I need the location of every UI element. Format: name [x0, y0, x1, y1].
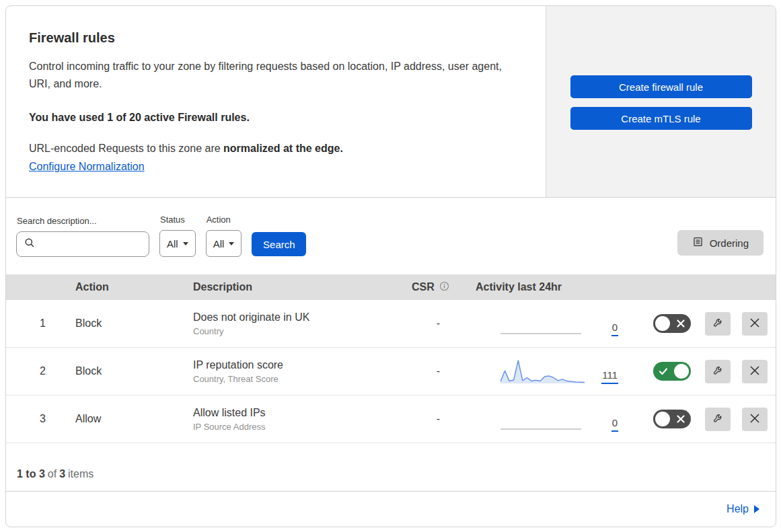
ordering-button-label: Ordering [710, 237, 749, 249]
close-icon [749, 317, 761, 331]
configure-normalization-link[interactable]: Configure Normalization [29, 161, 145, 173]
rule-controls [638, 360, 776, 383]
header-action: Action [70, 281, 188, 293]
firewall-rules-card: Firewall rules Control incoming traffic … [5, 5, 776, 527]
close-icon [749, 412, 761, 426]
activity-count-link[interactable]: 0 [611, 321, 618, 336]
pagination-range: 1 to 3 [17, 468, 45, 480]
rule-description-cell: IP reputation score Country, Threat Scor… [188, 359, 406, 384]
edit-rule-button[interactable] [705, 408, 731, 431]
ordering-button[interactable]: Ordering [677, 230, 764, 256]
rule-criteria: IP Source Address [193, 422, 406, 432]
actions-panel: Create firewall rule Create mTLS rule [546, 6, 776, 197]
help-link[interactable]: Help [727, 503, 759, 515]
rule-description: IP reputation score [193, 359, 406, 371]
help-label: Help [727, 503, 749, 515]
status-dropdown-value: All [167, 238, 178, 250]
status-label: Status [160, 215, 196, 225]
page-title: Firewall rules [29, 30, 519, 46]
table-row: 2 Block IP reputation score Country, Thr… [6, 348, 776, 395]
rule-priority: 2 [6, 365, 70, 377]
page-description: Control incoming traffic to your zone by… [29, 58, 513, 93]
toggle-knob [655, 412, 670, 426]
delete-rule-button[interactable] [742, 408, 768, 431]
chevron-down-icon [183, 242, 188, 245]
rule-enable-toggle[interactable] [653, 410, 691, 428]
search-input[interactable] [40, 239, 143, 250]
rule-csr-value: - [406, 365, 470, 377]
search-box [16, 231, 149, 257]
rule-controls [638, 408, 776, 431]
normalization-text: URL-encoded Requests to this zone are [29, 143, 221, 154]
status-filter-group: Status All [159, 215, 196, 257]
ordering-list-icon [692, 236, 704, 250]
rule-activity-cell: 0 [470, 309, 638, 338]
activity-count-link[interactable]: 111 [601, 369, 618, 384]
rule-csr-value: - [406, 413, 470, 425]
usage-note: You have used 1 of 20 active Firewall ru… [29, 112, 519, 124]
filter-bar: Search description... Status All Action [6, 198, 776, 274]
rule-activity-cell: 0 [470, 405, 638, 433]
rule-action: Block [70, 365, 188, 377]
rule-controls [638, 312, 776, 336]
activity-sparkline-empty [500, 405, 585, 433]
rule-priority: 1 [6, 317, 70, 330]
search-button[interactable]: Search [252, 232, 306, 256]
firewall-rules-page: Firewall rules Control incoming traffic … [0, 0, 781, 532]
action-label: Action [207, 215, 242, 225]
wrench-icon [712, 364, 724, 379]
edit-rule-button[interactable] [705, 360, 731, 383]
rule-action: Block [70, 317, 188, 330]
check-icon [659, 367, 668, 379]
x-icon [676, 414, 685, 426]
search-icon [24, 237, 35, 251]
info-icon[interactable] [439, 281, 449, 294]
action-dropdown[interactable]: All [206, 230, 242, 257]
help-row: Help [6, 492, 776, 527]
wrench-icon [712, 412, 724, 426]
search-label: Search description... [17, 216, 149, 226]
rule-description-cell: Does not originate in UK Country [188, 311, 406, 336]
header-description: Description [188, 281, 406, 293]
overview-text-block: Firewall rules Control incoming traffic … [6, 6, 546, 197]
arrow-right-icon [754, 505, 759, 513]
search-group: Search description... [16, 216, 149, 257]
rule-enable-toggle[interactable] [653, 362, 691, 381]
rule-criteria: Country [193, 326, 406, 336]
pagination-items-word: items [68, 468, 94, 480]
table-header: Action Description CSR Activity last 24h… [6, 274, 776, 300]
status-dropdown[interactable]: All [159, 230, 196, 257]
activity-count-link[interactable]: 0 [611, 417, 618, 432]
activity-sparkline-empty [500, 309, 585, 338]
x-icon [676, 319, 685, 331]
normalization-bold-text: normalized at the edge. [223, 143, 343, 154]
toggle-knob [655, 316, 670, 331]
normalization-note: URL-encoded Requests to this zone are no… [29, 143, 519, 155]
rule-activity-cell: 111 [470, 357, 638, 385]
create-mtls-rule-button[interactable]: Create mTLS rule [570, 107, 752, 130]
rule-criteria: Country, Threat Score [193, 374, 406, 384]
delete-rule-button[interactable] [742, 360, 768, 383]
pagination-summary: 1 to 3 of 3 items [6, 443, 776, 492]
table-row: 1 Block Does not originate in UK Country… [6, 300, 776, 348]
edit-rule-button[interactable] [705, 312, 731, 336]
table-row: 3 Allow Allow listed IPs IP Source Addre… [6, 395, 776, 443]
rule-action: Allow [70, 413, 188, 425]
rule-description: Does not originate in UK [193, 311, 406, 324]
delete-rule-button[interactable] [742, 312, 768, 336]
wrench-icon [712, 316, 724, 331]
action-dropdown-value: All [213, 238, 225, 250]
rule-description-cell: Allow listed IPs IP Source Address [188, 407, 406, 432]
rule-csr-value: - [406, 317, 470, 330]
rule-priority: 3 [6, 413, 70, 425]
toggle-knob [674, 364, 689, 379]
header-csr: CSR [406, 281, 470, 294]
chevron-down-icon [229, 242, 234, 245]
rule-description: Allow listed IPs [193, 407, 406, 419]
header-activity: Activity last 24hr [470, 281, 638, 293]
pagination-total: 3 [59, 468, 65, 480]
rule-enable-toggle[interactable] [653, 314, 691, 333]
activity-sparkline-chart [500, 357, 585, 385]
create-firewall-rule-button[interactable]: Create firewall rule [570, 75, 752, 98]
overview-section: Firewall rules Control incoming traffic … [6, 6, 776, 198]
